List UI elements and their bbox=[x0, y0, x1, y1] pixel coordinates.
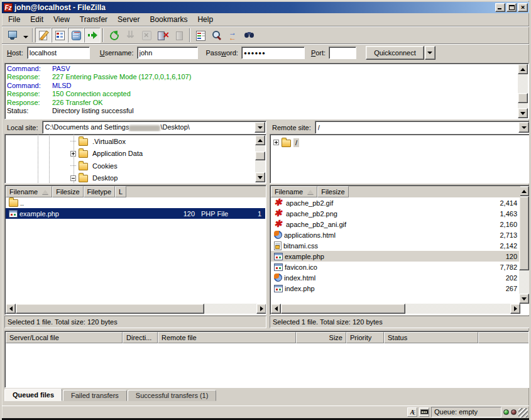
process-queue-button[interactable] bbox=[122, 28, 138, 43]
queue-tab[interactable]: Successful transfers (1) bbox=[128, 390, 217, 401]
tree-item[interactable]: .VirtualBox bbox=[5, 135, 255, 148]
filter-button[interactable] bbox=[192, 28, 209, 43]
file-row[interactable]: apache_pb2.png 1,463 bbox=[271, 208, 519, 219]
menu-item[interactable]: Transfer bbox=[75, 14, 112, 26]
file-row[interactable]: apache_pb2.gif 2,414 bbox=[271, 197, 519, 208]
host-input[interactable] bbox=[27, 47, 90, 59]
port-input[interactable] bbox=[329, 47, 356, 59]
refresh-button[interactable] bbox=[106, 28, 122, 43]
scroll-left-button[interactable] bbox=[271, 304, 281, 314]
queue-column-header[interactable]: Remote file bbox=[158, 332, 296, 343]
toolbar bbox=[2, 26, 529, 43]
find-button[interactable] bbox=[241, 28, 258, 43]
scrollbar-thumb[interactable] bbox=[518, 93, 528, 103]
file-icon bbox=[9, 199, 18, 207]
file-row[interactable]: index.html 202 bbox=[271, 272, 519, 283]
scroll-right-button[interactable] bbox=[256, 304, 266, 314]
file-row[interactable]: favicon.ico 7,782 bbox=[271, 262, 519, 272]
queue-column-header[interactable]: Priority bbox=[346, 332, 384, 343]
minimize-button[interactable] bbox=[495, 3, 505, 12]
site-manager-button[interactable] bbox=[4, 28, 21, 43]
scroll-left-button[interactable] bbox=[6, 304, 16, 314]
disconnect-button[interactable] bbox=[155, 28, 171, 43]
titlebar[interactable]: Fz john@localhost - FileZilla × bbox=[2, 2, 529, 13]
column-header[interactable]: Filename bbox=[6, 186, 52, 197]
close-button[interactable]: × bbox=[518, 3, 528, 12]
scroll-up-button[interactable] bbox=[255, 135, 265, 145]
local-site-combo[interactable]: C:\Documents and Settings\Desktop\ bbox=[42, 121, 266, 134]
scrollbar-thumb[interactable] bbox=[16, 304, 204, 314]
queue-column-header[interactable]: Status bbox=[384, 332, 478, 343]
column-header[interactable]: Filetype bbox=[84, 186, 116, 197]
column-header[interactable]: Filesize bbox=[317, 186, 348, 197]
scroll-down-button[interactable] bbox=[519, 294, 529, 304]
file-row[interactable]: example.php 120 bbox=[271, 251, 519, 262]
remote-site-dropdown[interactable] bbox=[518, 122, 529, 133]
file-row[interactable]: apache_pb2_ani.gif 2,160 bbox=[271, 219, 519, 229]
password-input[interactable] bbox=[241, 47, 305, 59]
remote-list-vscrollbar[interactable] bbox=[519, 186, 529, 304]
queue-column-header[interactable]: Directi... bbox=[123, 332, 158, 343]
queue-tab[interactable]: Failed transfers bbox=[63, 390, 127, 401]
scroll-up-button[interactable] bbox=[518, 64, 528, 74]
toggle-remote-tree-button[interactable] bbox=[68, 28, 84, 43]
toggle-local-tree-button[interactable] bbox=[52, 28, 68, 43]
resize-grip[interactable] bbox=[518, 408, 528, 417]
local-list-hscrollbar[interactable] bbox=[6, 304, 266, 314]
menu-item[interactable]: File bbox=[3, 14, 25, 26]
remote-tree: / bbox=[270, 134, 530, 184]
queue-tab[interactable]: Queued files bbox=[4, 389, 62, 401]
tree-item[interactable]: Desktop bbox=[5, 172, 255, 184]
tree-expander[interactable] bbox=[70, 151, 76, 157]
toggle-queue-button[interactable] bbox=[84, 28, 101, 43]
file-row[interactable]: index.php 267 bbox=[271, 283, 519, 294]
file-row[interactable]: example.php 120 PHP File 1 bbox=[6, 208, 265, 219]
queue-column-header[interactable]: Size bbox=[296, 332, 346, 343]
scrollbar-thumb[interactable] bbox=[255, 152, 265, 160]
ascii-type-indicator[interactable] bbox=[407, 407, 417, 417]
sync-browse-button[interactable] bbox=[225, 28, 241, 43]
cancel-button[interactable] bbox=[138, 28, 155, 43]
tree-item[interactable]: / bbox=[273, 136, 528, 149]
tree-expander[interactable] bbox=[70, 138, 76, 144]
log-scrollbar[interactable] bbox=[518, 64, 528, 118]
quickconnect-dropdown[interactable] bbox=[425, 46, 435, 60]
quickconnect-button[interactable]: Quickconnect bbox=[366, 46, 424, 60]
compare-button[interactable] bbox=[209, 28, 225, 43]
maximize-button[interactable] bbox=[506, 3, 517, 12]
scroll-down-button[interactable] bbox=[255, 172, 265, 182]
menu-item[interactable]: View bbox=[48, 14, 75, 26]
scroll-right-button[interactable] bbox=[510, 304, 520, 314]
tree-expander[interactable] bbox=[70, 163, 76, 169]
scroll-down-button[interactable] bbox=[518, 108, 528, 118]
column-header[interactable]: Filesize bbox=[52, 186, 83, 197]
scrollbar-thumb[interactable] bbox=[281, 304, 405, 314]
file-row[interactable]: .. bbox=[6, 197, 265, 208]
local-tree-scrollbar[interactable] bbox=[255, 135, 265, 182]
queue-column-header[interactable] bbox=[478, 332, 529, 343]
column-header[interactable]: Filename bbox=[271, 186, 317, 197]
local-site-dropdown[interactable] bbox=[255, 122, 265, 133]
tree-expander[interactable] bbox=[273, 140, 279, 145]
speed-limit-indicator[interactable] bbox=[419, 407, 429, 417]
toggle-log-button[interactable] bbox=[35, 28, 52, 43]
remote-file-list: Filename Filesize apache_pb2.gif 2,414 a… bbox=[270, 185, 530, 315]
menu-item[interactable]: Edit bbox=[25, 14, 48, 26]
tree-item[interactable]: Cookies bbox=[5, 160, 255, 172]
remote-list-hscrollbar[interactable] bbox=[271, 304, 520, 314]
column-header[interactable]: L bbox=[115, 186, 126, 197]
queue-column-header[interactable]: Server/Local file bbox=[6, 332, 123, 343]
menu-item[interactable]: Bookmarks bbox=[145, 14, 192, 26]
menu-item[interactable]: Server bbox=[112, 14, 145, 26]
remote-site-combo[interactable]: / bbox=[315, 121, 530, 134]
scrollbar-thumb[interactable] bbox=[519, 196, 529, 270]
reconnect-button[interactable] bbox=[171, 28, 187, 43]
username-input[interactable] bbox=[137, 47, 198, 59]
file-row[interactable]: applications.html 2,713 bbox=[271, 229, 519, 240]
tree-expander[interactable] bbox=[70, 175, 76, 181]
menu-item[interactable]: Help bbox=[192, 14, 218, 26]
scroll-up-button[interactable] bbox=[519, 186, 529, 196]
file-row[interactable]: bitnami.css 2,142 bbox=[271, 240, 519, 251]
tree-item[interactable]: Application Data bbox=[5, 148, 255, 160]
site-manager-dropdown[interactable] bbox=[21, 28, 30, 43]
